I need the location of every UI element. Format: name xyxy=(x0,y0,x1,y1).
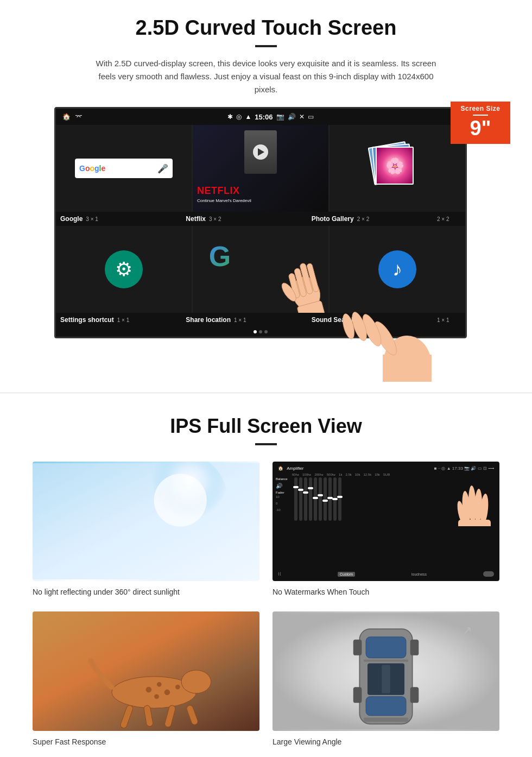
g-letter: G xyxy=(204,242,236,270)
photo-stack: 🌸 xyxy=(376,147,419,190)
section1-divider xyxy=(255,45,277,47)
usb-icon: ⌤ xyxy=(75,113,83,121)
settings-icon-bg: ⚙ xyxy=(105,250,143,288)
sound-label-cell: Sound Search 1 × 1 xyxy=(307,315,433,325)
car-svg: ↗ xyxy=(273,611,499,731)
status-bar: 🏠 ⌤ ✱ ◎ ▲ 15:06 📷 🔊 ✕ ▭ xyxy=(56,109,465,125)
netflix-size: 3 × 2 xyxy=(209,216,221,222)
status-bar-center: ✱ ◎ ▲ 15:06 📷 🔊 ✕ ▭ xyxy=(83,113,459,121)
home-icon: 🏠 xyxy=(62,113,71,121)
cheetah-svg xyxy=(33,611,259,731)
status-bar-left: 🏠 ⌤ xyxy=(62,113,83,121)
amp-title: Amplifier xyxy=(287,466,303,471)
screen-size-badge: Screen Size 9" xyxy=(451,102,510,144)
play-triangle-icon xyxy=(258,148,264,156)
google-cell[interactable]: Google 🎤 xyxy=(56,125,192,212)
location-icon: ◎ xyxy=(236,113,242,121)
amp-bottom: ⟨⟨ Custom loudness xyxy=(276,570,496,578)
google-logo: Google xyxy=(79,164,105,173)
share-location-cell[interactable]: G xyxy=(193,226,328,313)
slider-4 xyxy=(309,477,312,521)
svg-rect-38 xyxy=(364,660,408,662)
settings-label-cell: Settings shortcut 1 × 1 xyxy=(56,315,181,325)
svg-point-8 xyxy=(383,336,432,382)
section-curved-screen: 2.5D Curved Touch Screen With 2.5D curve… xyxy=(0,0,532,355)
svg-point-25 xyxy=(181,670,211,693)
svg-rect-9 xyxy=(383,355,432,382)
amp-toggle[interactable] xyxy=(483,571,494,577)
hand-fingers-svg xyxy=(453,472,496,526)
svg-rect-43 xyxy=(410,640,419,655)
amp-home-icon: 🏠 xyxy=(278,466,283,471)
svg-point-34 xyxy=(175,685,180,689)
amp-status-bar: 🏠 Amplifier ■ ·· ◎ ▲ 17:33 📷 🔊 ▭ ⊡ ⟶ xyxy=(276,465,496,472)
music-icon-bg: ♪ xyxy=(378,250,416,288)
svg-point-32 xyxy=(164,690,170,695)
amplifier-image-card: 🏠 Amplifier ■ ·· ◎ ▲ 17:33 📷 🔊 ▭ ⊡ ⟶ 60h… xyxy=(273,462,499,598)
photo-label-cell: Photo Gallery 2 × 2 xyxy=(307,214,433,224)
netflix-label: Netflix xyxy=(186,215,206,223)
netflix-cell[interactable]: NETFLIX Continue Marvel's Daredevil xyxy=(193,125,328,212)
sound-label: Sound Search xyxy=(312,316,356,324)
badge-size: 9" xyxy=(455,118,506,138)
svg-rect-46 xyxy=(382,665,390,693)
play-button[interactable] xyxy=(253,144,268,160)
amp-center-icons: ■ ·· ◎ ▲ 17:33 📷 🔊 ▭ ⊡ ⟶ xyxy=(434,466,494,471)
netflix-label-cell: Netflix 3 × 2 xyxy=(181,214,307,224)
sky-image xyxy=(33,462,259,581)
share-size: 1 × 1 xyxy=(234,317,246,323)
car-image-card: ↗ Large Viewing Angle xyxy=(273,611,499,748)
app-grid-row2: ⚙ G xyxy=(56,226,465,313)
signal-icon: ▲ xyxy=(245,113,251,121)
photo-extra-size: 2 × 2 xyxy=(433,215,465,223)
dots-indicator xyxy=(56,327,465,337)
amp-left-icons: 🏠 Amplifier xyxy=(278,466,303,471)
sound-size: 1 × 1 xyxy=(358,317,371,323)
sound-search-cell[interactable]: ♪ xyxy=(330,226,465,313)
car-image: ↗ xyxy=(273,611,499,731)
svg-point-30 xyxy=(146,687,151,692)
netflix-subtitle: Continue Marvel's Daredevil xyxy=(197,198,251,203)
window-icon: ▭ xyxy=(308,113,314,121)
amp-caption: No Watermarks When Touch xyxy=(273,585,499,598)
svg-rect-45 xyxy=(410,687,419,703)
bluetooth-icon: ✱ xyxy=(227,113,233,121)
section1-description: With 2.5D curved-display screen, this de… xyxy=(92,57,440,96)
svg-point-31 xyxy=(157,682,161,686)
settings-label: Settings shortcut xyxy=(60,316,114,324)
row1-labels: Google 3 × 1 Netflix 3 × 2 Photo Gallery… xyxy=(56,212,465,226)
svg-rect-41 xyxy=(364,718,408,722)
section1-title: 2.5D Curved Touch Screen xyxy=(33,16,499,40)
section2-divider xyxy=(255,443,277,445)
amp-sidebar: Balance 🔊 Fader 10 0 -10 xyxy=(276,477,292,570)
settings-cell[interactable]: ⚙ xyxy=(56,226,192,313)
svg-rect-44 xyxy=(353,687,362,703)
amp-custom-btn[interactable]: Custom xyxy=(338,572,355,577)
section2-title: IPS Full Screen View xyxy=(33,415,499,438)
car-caption: Large Viewing Angle xyxy=(273,735,499,748)
music-note-icon: ♪ xyxy=(392,258,402,281)
dot-3 xyxy=(264,330,268,333)
slider-9 xyxy=(333,477,337,521)
app-grid-row1: Google 🎤 NETFLIX xyxy=(56,125,465,212)
share-label: Share location xyxy=(186,316,231,324)
netflix-logo: NETFLIX xyxy=(197,185,240,197)
google-search-bar[interactable]: Google 🎤 xyxy=(75,159,173,178)
amp-nav-icon: ⟨⟨ xyxy=(278,572,281,576)
google-g-icon: G xyxy=(204,242,236,275)
photo-size: 2 × 2 xyxy=(357,216,370,222)
dot-1 xyxy=(254,330,257,333)
badge-label: Screen Size xyxy=(455,105,506,112)
mic-icon: 🎤 xyxy=(157,163,168,174)
amplifier-image: 🏠 Amplifier ■ ·· ◎ ▲ 17:33 📷 🔊 ▭ ⊡ ⟶ 60h… xyxy=(273,462,499,581)
sound-col-size: 1 × 1 xyxy=(437,317,449,323)
svg-rect-37 xyxy=(366,637,406,658)
svg-rect-22 xyxy=(458,520,491,526)
photo-label: Photo Gallery xyxy=(312,215,354,223)
gear-icon: ⚙ xyxy=(115,258,132,281)
google-size: 3 × 1 xyxy=(86,216,98,222)
dot-2 xyxy=(259,330,262,333)
slider-10 xyxy=(338,477,341,521)
photo-gallery-cell[interactable]: 🌸 xyxy=(330,125,465,212)
amp-content: Balance 🔊 Fader 10 0 -10 xyxy=(276,477,496,570)
